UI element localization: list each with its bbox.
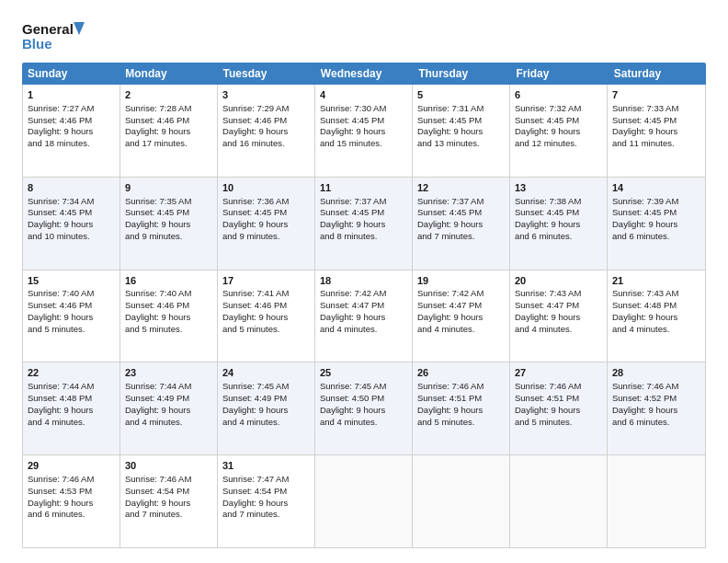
day-info-line: Sunset: 4:46 PM: [222, 300, 310, 312]
day-number: 14: [612, 181, 700, 195]
day-cell-12: 12Sunrise: 7:37 AMSunset: 4:45 PMDayligh…: [413, 178, 510, 270]
day-number: 28: [612, 366, 700, 380]
day-info-line: Sunrise: 7:29 AM: [222, 103, 310, 115]
day-info-line: Sunset: 4:46 PM: [125, 115, 212, 127]
svg-text:Blue: Blue: [22, 36, 52, 52]
day-cell-18: 18Sunrise: 7:42 AMSunset: 4:47 PMDayligh…: [315, 270, 413, 362]
day-info-line: and 6 minutes.: [28, 509, 115, 521]
day-cell-3: 3Sunrise: 7:29 AMSunset: 4:46 PMDaylight…: [218, 85, 315, 177]
day-info-line: and 5 minutes.: [515, 417, 602, 429]
day-info-line: and 15 minutes.: [320, 138, 407, 150]
day-info-line: and 7 minutes.: [222, 509, 310, 521]
day-number: 27: [515, 366, 602, 380]
day-info-line: Sunset: 4:45 PM: [515, 207, 602, 219]
day-info-line: Sunrise: 7:37 AM: [320, 196, 407, 208]
day-number: 6: [515, 88, 602, 102]
page: GeneralBlue SundayMondayTuesdayWednesday…: [0, 0, 728, 563]
day-info-line: and 6 minutes.: [612, 417, 700, 429]
day-number: 11: [320, 181, 407, 195]
day-number: 19: [417, 274, 505, 288]
day-cell-2: 2Sunrise: 7:28 AMSunset: 4:46 PMDaylight…: [120, 85, 218, 177]
day-info-line: Sunset: 4:54 PM: [222, 486, 310, 498]
day-info-line: Sunset: 4:54 PM: [125, 486, 212, 498]
day-info-line: Sunrise: 7:36 AM: [222, 196, 310, 208]
day-info-line: and 6 minutes.: [515, 231, 602, 243]
day-number: 1: [28, 88, 115, 102]
day-cell-20: 20Sunrise: 7:43 AMSunset: 4:47 PMDayligh…: [510, 270, 608, 362]
day-info-line: Daylight: 9 hours: [417, 219, 505, 231]
day-info-line: and 4 minutes.: [320, 324, 407, 336]
day-info-line: Sunrise: 7:32 AM: [515, 103, 602, 115]
day-info-line: and 4 minutes.: [612, 324, 700, 336]
day-info-line: Daylight: 9 hours: [320, 126, 407, 138]
day-number: 18: [320, 274, 407, 288]
day-cell-6: 6Sunrise: 7:32 AMSunset: 4:45 PMDaylight…: [510, 85, 608, 177]
day-info-line: Daylight: 9 hours: [222, 312, 310, 324]
logo: GeneralBlue: [22, 18, 88, 53]
day-info-line: Sunset: 4:51 PM: [515, 393, 602, 405]
day-info-line: Sunset: 4:48 PM: [612, 300, 700, 312]
calendar-row-2: 15Sunrise: 7:40 AMSunset: 4:46 PMDayligh…: [23, 270, 705, 363]
day-info-line: and 6 minutes.: [612, 231, 700, 243]
day-info-line: and 12 minutes.: [515, 138, 602, 150]
day-number: 23: [125, 366, 212, 380]
day-info-line: Sunrise: 7:46 AM: [125, 474, 212, 486]
empty-cell: [510, 455, 608, 547]
day-info-line: Sunset: 4:45 PM: [515, 115, 602, 127]
svg-text:General: General: [22, 21, 74, 37]
day-info-line: and 18 minutes.: [28, 138, 115, 150]
day-cell-9: 9Sunrise: 7:35 AMSunset: 4:45 PMDaylight…: [120, 178, 218, 270]
calendar-row-0: 1Sunrise: 7:27 AMSunset: 4:46 PMDaylight…: [23, 85, 705, 178]
day-info-line: and 7 minutes.: [125, 509, 212, 521]
day-info-line: Sunrise: 7:42 AM: [320, 288, 407, 300]
day-cell-14: 14Sunrise: 7:39 AMSunset: 4:45 PMDayligh…: [608, 178, 705, 270]
day-info-line: Daylight: 9 hours: [28, 312, 115, 324]
day-info-line: Sunrise: 7:47 AM: [222, 474, 310, 486]
header-day-thursday: Thursday: [413, 63, 510, 85]
day-info-line: Sunset: 4:45 PM: [320, 207, 407, 219]
day-info-line: Sunrise: 7:43 AM: [515, 288, 602, 300]
day-info-line: and 4 minutes.: [515, 324, 602, 336]
day-info-line: Daylight: 9 hours: [515, 405, 602, 417]
day-cell-29: 29Sunrise: 7:46 AMSunset: 4:53 PMDayligh…: [23, 455, 120, 547]
day-info-line: and 9 minutes.: [125, 231, 212, 243]
day-number: 16: [125, 274, 212, 288]
day-info-line: Sunrise: 7:43 AM: [612, 288, 700, 300]
day-info-line: Sunset: 4:46 PM: [125, 300, 212, 312]
day-info-line: Sunrise: 7:44 AM: [28, 381, 115, 393]
day-number: 22: [28, 366, 115, 380]
day-number: 13: [515, 181, 602, 195]
day-number: 2: [125, 88, 212, 102]
header-day-sunday: Sunday: [22, 63, 119, 85]
day-info-line: Sunrise: 7:30 AM: [320, 103, 407, 115]
day-info-line: Sunset: 4:45 PM: [417, 207, 505, 219]
day-info-line: Sunrise: 7:28 AM: [125, 103, 212, 115]
day-number: 25: [320, 366, 407, 380]
day-info-line: and 9 minutes.: [222, 231, 310, 243]
day-info-line: Daylight: 9 hours: [612, 219, 700, 231]
day-info-line: Daylight: 9 hours: [222, 498, 310, 510]
day-info-line: Sunrise: 7:41 AM: [222, 288, 310, 300]
day-cell-26: 26Sunrise: 7:46 AMSunset: 4:51 PMDayligh…: [413, 362, 510, 454]
day-info-line: Daylight: 9 hours: [417, 126, 505, 138]
day-info-line: Sunrise: 7:40 AM: [28, 288, 115, 300]
day-info-line: Daylight: 9 hours: [612, 405, 700, 417]
day-info-line: Sunset: 4:49 PM: [222, 393, 310, 405]
day-number: 3: [222, 88, 310, 102]
day-info-line: Daylight: 9 hours: [320, 312, 407, 324]
day-info-line: Sunset: 4:52 PM: [612, 393, 700, 405]
day-info-line: and 7 minutes.: [417, 231, 505, 243]
day-cell-15: 15Sunrise: 7:40 AMSunset: 4:46 PMDayligh…: [23, 270, 120, 362]
day-info-line: Sunset: 4:51 PM: [417, 393, 505, 405]
header-day-saturday: Saturday: [609, 63, 706, 85]
empty-cell: [608, 455, 705, 547]
day-info-line: Sunrise: 7:39 AM: [612, 196, 700, 208]
day-cell-27: 27Sunrise: 7:46 AMSunset: 4:51 PMDayligh…: [510, 362, 608, 454]
empty-cell: [315, 455, 413, 547]
day-cell-19: 19Sunrise: 7:42 AMSunset: 4:47 PMDayligh…: [413, 270, 510, 362]
calendar: SundayMondayTuesdayWednesdayThursdayFrid…: [22, 63, 706, 548]
day-info-line: Daylight: 9 hours: [125, 405, 212, 417]
day-number: 7: [612, 88, 700, 102]
day-info-line: Daylight: 9 hours: [28, 405, 115, 417]
day-info-line: Sunrise: 7:37 AM: [417, 196, 505, 208]
